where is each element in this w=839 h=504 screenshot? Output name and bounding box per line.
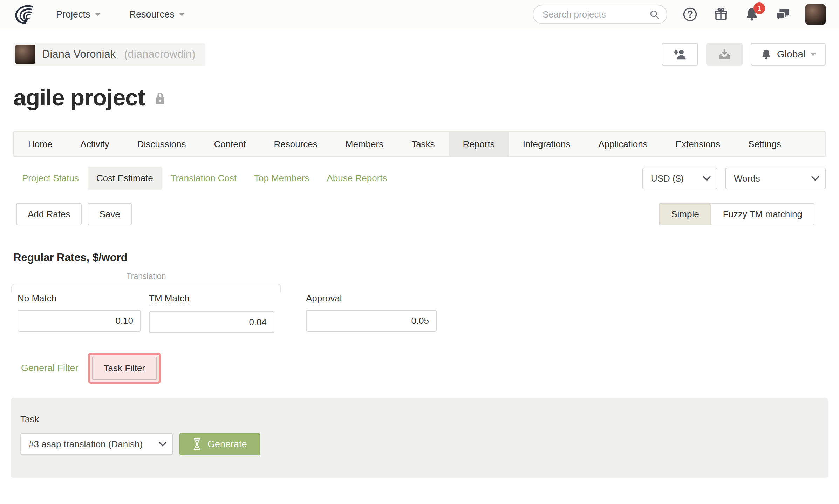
rates-actions-row: Add Rates Save Simple Fuzzy TM matching	[16, 203, 826, 225]
tm-match-label: TM Match	[149, 293, 190, 305]
no-match-field: No Match	[18, 293, 141, 333]
save-button[interactable]: Save	[88, 203, 131, 225]
task-filter-highlight: Task Filter	[88, 353, 161, 384]
global-label: Global	[777, 49, 805, 60]
inbox-download-icon	[717, 47, 731, 61]
tab-discussions[interactable]: Discussions	[123, 132, 200, 156]
currency-select[interactable]: USD ($)	[642, 168, 717, 189]
project-owner-link[interactable]: Diana Voroniak (dianacrowdin)	[13, 43, 205, 66]
global-notifications-button[interactable]: Global	[751, 43, 826, 66]
task-label: Task	[20, 414, 819, 425]
invite-people-button[interactable]	[662, 43, 698, 66]
task-select-wrap: #3 asap translation (Danish)	[20, 433, 173, 455]
nav-icons: 1	[683, 7, 790, 22]
subtab-cost-estimate[interactable]: Cost Estimate	[88, 167, 162, 190]
generate-label: Generate	[207, 439, 247, 450]
header-actions: Global	[662, 43, 826, 66]
subtab-translation-cost[interactable]: Translation Cost	[162, 167, 245, 190]
project-tabbar: Home Activity Discussions Content Resour…	[13, 131, 826, 157]
unit-select[interactable]: Words	[725, 168, 826, 189]
task-controls: #3 asap translation (Danish) Generate	[20, 433, 819, 455]
add-rates-button[interactable]: Add Rates	[16, 203, 82, 225]
tm-match-field: TM Match	[149, 293, 274, 333]
top-navbar: Projects Resources	[0, 0, 839, 29]
search-input[interactable]	[543, 9, 649, 20]
generate-button[interactable]: Generate	[179, 433, 260, 455]
messages-button[interactable]	[775, 7, 790, 22]
hourglass-icon	[192, 438, 202, 450]
chevron-down-icon	[179, 13, 185, 16]
tab-reports[interactable]: Reports	[449, 132, 509, 156]
report-subtabs-row: Project Status Cost Estimate Translation…	[13, 167, 826, 190]
approval-label: Approval	[306, 293, 342, 304]
subtab-abuse-reports[interactable]: Abuse Reports	[318, 167, 396, 190]
subtab-top-members[interactable]: Top Members	[245, 167, 318, 190]
search-box[interactable]	[533, 5, 667, 24]
chevron-down-icon	[95, 13, 101, 16]
rates-heading: Regular Rates, $/word	[13, 251, 826, 264]
rates-fields-row: No Match TM Match Approval	[11, 293, 826, 333]
task-filter-tab[interactable]: Task Filter	[92, 357, 157, 380]
notification-badge: 1	[753, 2, 765, 14]
tab-settings[interactable]: Settings	[734, 132, 795, 156]
tab-activity[interactable]: Activity	[66, 132, 123, 156]
messages-icon	[775, 7, 790, 22]
help-icon	[683, 7, 697, 22]
tm-match-input[interactable]	[149, 311, 274, 333]
help-button[interactable]	[683, 7, 697, 22]
owner-name: Diana Voroniak	[42, 48, 116, 61]
tab-resources[interactable]: Resources	[260, 132, 332, 156]
tab-applications[interactable]: Applications	[585, 132, 662, 156]
nav-menus: Projects Resources	[56, 9, 185, 20]
page-title: agile project	[13, 84, 145, 111]
mode-simple-button[interactable]: Simple	[660, 204, 711, 225]
tab-integrations[interactable]: Integrations	[509, 132, 585, 156]
gifts-button[interactable]	[714, 7, 728, 22]
nav-menu-resources-label: Resources	[129, 9, 175, 20]
search-icon	[649, 9, 660, 20]
gift-icon	[714, 7, 728, 22]
general-filter-tab[interactable]: General Filter	[21, 363, 79, 374]
download-button[interactable]	[706, 43, 743, 66]
currency-select-wrap: USD ($)	[642, 168, 717, 189]
owner-avatar	[15, 45, 35, 64]
project-header-row: Diana Voroniak (dianacrowdin) Global	[13, 43, 826, 66]
tab-content[interactable]: Content	[200, 132, 260, 156]
task-select[interactable]: #3 asap translation (Danish)	[20, 433, 173, 455]
tab-home[interactable]: Home	[14, 132, 66, 156]
lock-icon	[154, 90, 167, 107]
chevron-down-icon	[810, 53, 816, 56]
subtab-project-status[interactable]: Project Status	[13, 167, 88, 190]
bell-icon	[760, 49, 772, 60]
unit-select-wrap: Words	[725, 168, 826, 189]
translation-group-border	[11, 284, 281, 292]
person-plus-icon	[673, 47, 687, 61]
nav-menu-resources[interactable]: Resources	[129, 9, 185, 20]
translation-group-label: Translation	[11, 272, 281, 281]
no-match-label: No Match	[18, 293, 56, 304]
title-row: agile project	[13, 84, 826, 111]
tab-extensions[interactable]: Extensions	[662, 132, 734, 156]
owner-handle: (dianacrowdin)	[124, 48, 195, 61]
user-avatar-menu[interactable]	[805, 4, 826, 25]
mode-fuzzy-tm-button[interactable]: Fuzzy TM matching	[711, 204, 814, 225]
filters-row: General Filter Task Filter	[21, 353, 826, 384]
tab-members[interactable]: Members	[332, 132, 397, 156]
task-panel: Task #3 asap translation (Danish) Genera…	[11, 398, 828, 478]
approval-field: Approval	[306, 293, 437, 333]
nav-menu-projects-label: Projects	[56, 9, 90, 20]
rates-group: Translation No Match TM Match Approval	[11, 272, 826, 333]
notifications-button[interactable]: 1	[744, 7, 759, 22]
rates-mode-toggle: Simple Fuzzy TM matching	[659, 203, 814, 225]
no-match-input[interactable]	[18, 310, 141, 332]
nav-menu-projects[interactable]: Projects	[56, 9, 101, 20]
tab-tasks[interactable]: Tasks	[397, 132, 449, 156]
crowdin-logo-icon[interactable]	[13, 4, 36, 25]
approval-input[interactable]	[306, 310, 437, 332]
